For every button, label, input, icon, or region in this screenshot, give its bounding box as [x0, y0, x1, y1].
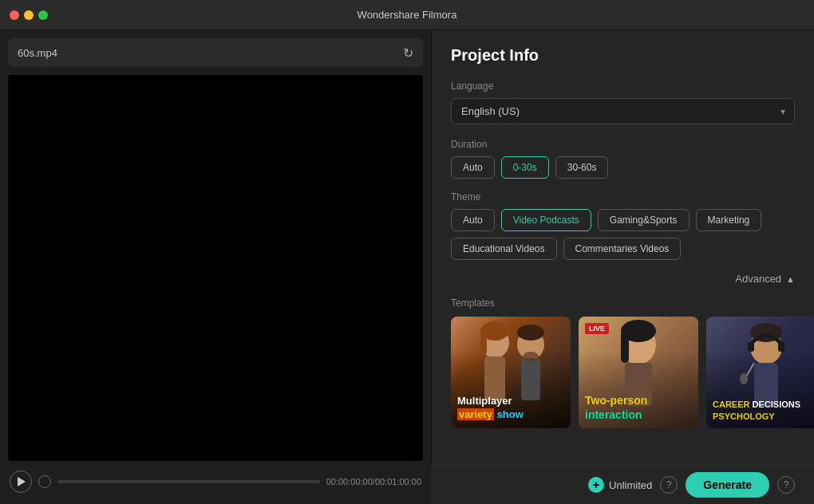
advanced-chevron-icon: ▲ — [786, 274, 795, 284]
generate-help-button[interactable]: ? — [777, 476, 795, 494]
tmpl1-word-variety: variety — [457, 408, 494, 420]
minimize-dot[interactable] — [24, 10, 34, 20]
refresh-button[interactable]: ↻ — [403, 45, 413, 61]
svg-point-18 — [740, 373, 748, 384]
left-panel: 60s.mp4 ↻ 00:00:00:00/00:01:00:00 — [0, 30, 431, 504]
close-dot[interactable] — [10, 10, 19, 20]
svg-point-7 — [523, 352, 539, 361]
template-2-text: Two-person interaction — [585, 393, 692, 422]
generate-help-icon: ? — [784, 479, 789, 490]
svg-rect-15 — [748, 342, 754, 352]
language-label: Language — [451, 81, 795, 92]
panel-title: Project Info — [451, 46, 795, 65]
help-icon: ? — [666, 479, 672, 490]
template-1-overlay: Multiplayer variety show — [451, 388, 571, 428]
svg-rect-16 — [778, 342, 784, 352]
advanced-label: Advanced — [735, 273, 781, 285]
tmpl1-word-multiplayer: Multiplayer — [457, 395, 512, 407]
theme-section: Theme Auto Video Podcasts Gaming&Sports … — [451, 191, 795, 260]
theme-label: Theme — [451, 191, 795, 203]
unlimited-label: Unlimited — [609, 479, 652, 491]
theme-video-podcasts-button[interactable]: Video Podcasts — [501, 209, 591, 231]
theme-marketing-button[interactable]: Marketing — [696, 209, 762, 231]
svg-rect-11 — [621, 331, 629, 363]
language-select[interactable]: English (US) Chinese (Simplified) Spanis… — [451, 98, 795, 124]
svg-rect-3 — [480, 331, 487, 355]
loop-button[interactable] — [38, 475, 51, 488]
duration-0-30s-button[interactable]: 0-30s — [501, 156, 549, 179]
duration-auto-button[interactable]: Auto — [451, 156, 495, 179]
template-3-overlay: CAREER DECISIONS PSYCHOLOGY — [706, 392, 814, 428]
playback-bar: 00:00:00:00/00:01:00:00 — [8, 467, 423, 496]
duration-button-group: Auto 0-30s 30-60s — [451, 156, 795, 179]
play-button[interactable] — [10, 471, 32, 493]
tmpl3-word-psychology: PSYCHOLOGY — [713, 411, 775, 421]
theme-auto-button[interactable]: Auto — [451, 209, 495, 231]
total-time: /00:01:00:00 — [373, 477, 421, 486]
advanced-row[interactable]: Advanced ▲ — [451, 273, 795, 285]
theme-gaming-sports-button[interactable]: Gaming&Sports — [598, 209, 690, 231]
current-time: 00:00:00:00 — [326, 477, 373, 486]
play-icon — [18, 477, 26, 486]
theme-button-group-2: Educational Videos Commentaries Videos — [451, 238, 795, 260]
theme-button-group: Auto Video Podcasts Gaming&Sports Market… — [451, 209, 795, 231]
svg-line-17 — [746, 363, 754, 376]
unlimited-button[interactable]: + Unlimited — [588, 477, 652, 493]
template-3-text: CAREER DECISIONS PSYCHOLOGY — [713, 399, 814, 422]
templates-label: Templates — [451, 297, 795, 309]
time-display: 00:00:00:00/00:01:00:00 — [326, 477, 421, 486]
language-section: Language English (US) Chinese (Simplifie… — [451, 81, 795, 124]
app-title: Wondershare Filmora — [358, 9, 457, 21]
file-bar: 60s.mp4 ↻ — [8, 38, 423, 67]
maximize-dot[interactable] — [38, 10, 48, 20]
help-button[interactable]: ? — [660, 476, 678, 494]
window-controls — [10, 10, 48, 20]
template-two-person-interaction[interactable]: LIVE Two-person interaction — [579, 317, 698, 428]
tmpl2-word-interaction: interaction — [585, 408, 642, 421]
duration-30-60s-button[interactable]: 30-60s — [555, 156, 609, 179]
tmpl3-word-career: CAREER — [713, 400, 753, 409]
footer-bar: + Unlimited ? Generate ? — [431, 465, 814, 504]
file-name: 60s.mp4 — [18, 47, 403, 59]
progress-track[interactable] — [57, 480, 320, 483]
templates-grid: Multiplayer variety show LIVE — [451, 317, 795, 428]
svg-point-6 — [517, 325, 544, 341]
live-badge: LIVE — [585, 323, 609, 334]
template-1-text: Multiplayer variety show — [457, 395, 564, 422]
tmpl2-word-two-person: Two-person — [585, 394, 647, 407]
video-preview — [8, 75, 423, 461]
theme-commentaries-button[interactable]: Commentaries Videos — [563, 238, 682, 260]
template-career-decisions-psychology[interactable]: CAREER DECISIONS PSYCHOLOGY — [706, 317, 814, 428]
template-2-overlay: Two-person interaction — [579, 387, 698, 428]
titlebar: Wondershare Filmora — [0, 0, 814, 30]
duration-label: Duration — [451, 139, 795, 150]
template-multiplayer-variety-show[interactable]: Multiplayer variety show — [451, 317, 571, 428]
tmpl1-word-show: show — [497, 408, 524, 420]
duration-section: Duration Auto 0-30s 30-60s — [451, 139, 795, 179]
tmpl3-word-decisions: DECISIONS — [753, 400, 801, 409]
language-dropdown-wrapper: English (US) Chinese (Simplified) Spanis… — [451, 98, 795, 124]
right-panel: Project Info Language English (US) Chine… — [431, 30, 814, 504]
theme-educational-button[interactable]: Educational Videos — [451, 238, 557, 260]
generate-button[interactable]: Generate — [686, 472, 769, 498]
main-layout: 60s.mp4 ↻ 00:00:00:00/00:01:00:00 Projec… — [0, 30, 814, 504]
unlimited-plus-icon: + — [588, 477, 604, 493]
